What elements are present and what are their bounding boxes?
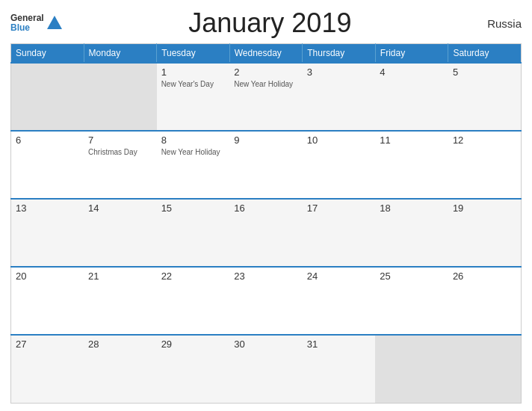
day-cell: 6 xyxy=(11,131,84,199)
holiday-label: New Year Holiday xyxy=(234,79,298,89)
day-number: 1 xyxy=(161,67,226,78)
day-number: 2 xyxy=(234,67,298,78)
day-cell: 5 xyxy=(448,63,522,131)
day-number: 31 xyxy=(307,339,371,350)
col-sunday: Sunday xyxy=(11,44,84,64)
logo-icon xyxy=(46,14,64,32)
svg-marker-0 xyxy=(47,16,62,29)
day-cell: 2New Year Holiday xyxy=(229,63,303,131)
holiday-label: New Year's Day xyxy=(161,79,226,89)
day-number: 10 xyxy=(307,135,371,146)
day-cell: 31 xyxy=(303,335,376,403)
day-cell xyxy=(375,335,448,403)
day-number: 5 xyxy=(453,67,516,78)
day-number: 17 xyxy=(307,203,371,214)
day-cell: 9 xyxy=(229,131,303,199)
day-number: 9 xyxy=(234,135,298,146)
day-cell xyxy=(448,335,522,403)
day-cell: 17 xyxy=(303,199,376,267)
holiday-label: Christmas Day xyxy=(88,147,152,157)
day-number: 13 xyxy=(16,203,79,214)
day-number: 24 xyxy=(307,271,371,282)
day-cell: 30 xyxy=(229,335,303,403)
day-number: 25 xyxy=(380,271,444,282)
day-cell: 8New Year Holiday xyxy=(157,131,230,199)
day-cell: 4 xyxy=(375,63,448,131)
day-cell: 10 xyxy=(303,131,376,199)
day-cell: 29 xyxy=(157,335,230,403)
day-cell: 22 xyxy=(157,267,230,335)
col-monday: Monday xyxy=(84,44,157,64)
day-number: 29 xyxy=(161,339,226,350)
header: General Blue January 2019 Russia xyxy=(10,7,522,39)
day-number: 26 xyxy=(453,271,516,282)
day-number: 12 xyxy=(453,135,516,146)
day-number: 21 xyxy=(88,271,152,282)
day-cell: 16 xyxy=(229,199,303,267)
country-label: Russia xyxy=(477,17,522,30)
day-number: 20 xyxy=(16,271,79,282)
day-cell xyxy=(84,63,157,131)
col-saturday: Saturday xyxy=(448,44,522,64)
day-number: 18 xyxy=(380,203,444,214)
page: General Blue January 2019 Russia Sunday … xyxy=(0,0,532,411)
day-number: 22 xyxy=(161,271,226,282)
day-cell: 20 xyxy=(11,267,84,335)
day-number: 23 xyxy=(234,271,298,282)
holiday-label: New Year Holiday xyxy=(161,147,226,157)
day-cell: 7Christmas Day xyxy=(84,131,157,199)
day-number: 16 xyxy=(234,203,298,214)
day-cell: 14 xyxy=(84,199,157,267)
day-number: 15 xyxy=(161,203,226,214)
day-number: 4 xyxy=(380,67,444,78)
day-cell xyxy=(11,63,84,131)
day-cell: 23 xyxy=(229,267,303,335)
day-number: 7 xyxy=(88,135,152,146)
week-row-2: 67Christmas Day8New Year Holiday9101112 xyxy=(11,131,522,199)
week-row-5: 2728293031 xyxy=(11,335,522,403)
day-cell: 12 xyxy=(448,131,522,199)
week-row-1: 1New Year's Day2New Year Holiday345 xyxy=(11,63,522,131)
day-cell: 26 xyxy=(448,267,522,335)
day-cell: 15 xyxy=(157,199,230,267)
col-thursday: Thursday xyxy=(303,44,376,64)
day-cell: 24 xyxy=(303,267,376,335)
calendar-table: Sunday Monday Tuesday Wednesday Thursday… xyxy=(10,43,522,404)
day-cell: 3 xyxy=(303,63,376,131)
days-of-week-row: Sunday Monday Tuesday Wednesday Thursday… xyxy=(11,44,522,64)
day-number: 27 xyxy=(16,339,79,350)
day-cell: 25 xyxy=(375,267,448,335)
day-number: 11 xyxy=(380,135,444,146)
day-cell: 11 xyxy=(375,131,448,199)
day-number: 14 xyxy=(88,203,152,214)
day-cell: 21 xyxy=(84,267,157,335)
calendar-header: Sunday Monday Tuesday Wednesday Thursday… xyxy=(11,44,522,64)
logo: General Blue xyxy=(10,13,64,33)
day-number: 30 xyxy=(234,339,298,350)
calendar-title: January 2019 xyxy=(64,7,477,39)
col-wednesday: Wednesday xyxy=(229,44,303,64)
logo-blue-text: Blue xyxy=(10,23,44,33)
week-row-4: 20212223242526 xyxy=(11,267,522,335)
day-cell: 13 xyxy=(11,199,84,267)
week-row-3: 13141516171819 xyxy=(11,199,522,267)
day-cell: 1New Year's Day xyxy=(157,63,230,131)
day-number: 8 xyxy=(161,135,226,146)
day-cell: 18 xyxy=(375,199,448,267)
day-number: 19 xyxy=(453,203,516,214)
day-number: 6 xyxy=(16,135,79,146)
col-tuesday: Tuesday xyxy=(157,44,230,64)
col-friday: Friday xyxy=(375,44,448,64)
calendar-body: 1New Year's Day2New Year Holiday34567Chr… xyxy=(11,63,522,404)
day-cell: 19 xyxy=(448,199,522,267)
day-cell: 28 xyxy=(84,335,157,403)
day-number: 28 xyxy=(88,339,152,350)
day-number: 3 xyxy=(307,67,371,78)
day-cell: 27 xyxy=(11,335,84,403)
